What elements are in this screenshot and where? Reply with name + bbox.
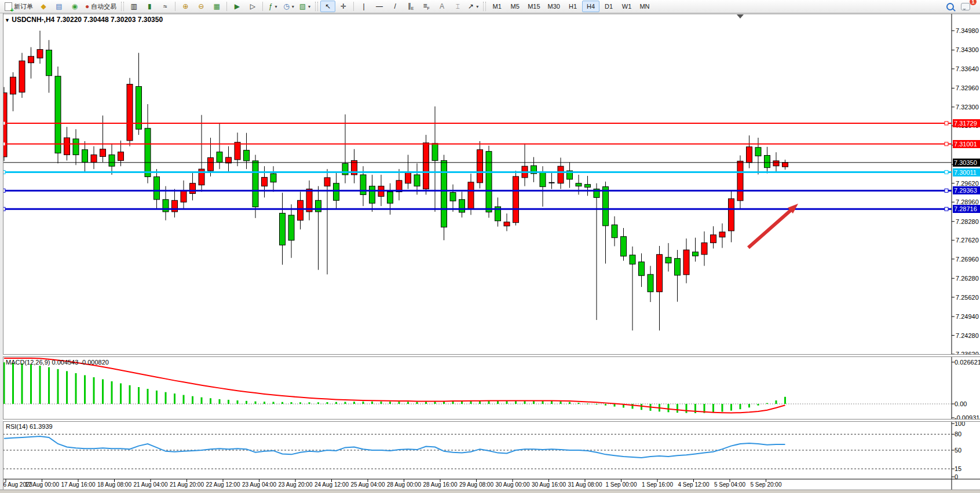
candle-body (513, 176, 519, 223)
arrows-button[interactable]: ↗▾ (466, 1, 481, 12)
price-axis-label: 7.28280 (956, 218, 979, 225)
templates-button[interactable]: ▧▾ (297, 1, 313, 12)
zoom-out-icon: ⊖ (198, 3, 204, 10)
candle-body (163, 200, 169, 212)
candle-body (603, 187, 609, 226)
crosshair-button[interactable]: ✛ (336, 1, 351, 12)
trend-arrow[interactable] (748, 209, 792, 248)
fibonacci-button[interactable]: ≡F (419, 1, 434, 12)
candle-body (657, 255, 663, 292)
price-axis-label: 7.34980 (956, 27, 979, 34)
timeframe-w1-button[interactable]: W1 (618, 1, 635, 12)
trendline-button[interactable]: / (387, 1, 403, 12)
hline-handle[interactable] (945, 171, 948, 174)
candle-body (414, 175, 420, 186)
candle-body (208, 157, 214, 171)
crosshair-icon: ✛ (341, 3, 346, 10)
candle-chart-button[interactable]: ▮ (142, 1, 157, 12)
time-axis-label: 5 Sep 04:00 (714, 481, 745, 488)
time-axis-label: 28 Aug 00:00 (387, 481, 421, 488)
new-order-button[interactable]: 新订单 (2, 1, 35, 12)
hline-handle[interactable] (945, 142, 948, 146)
time-axis-label: 31 Aug 08:00 (568, 481, 602, 488)
auto-scroll-icon: ▶ (235, 3, 240, 10)
channel-icon: ∥E (408, 2, 414, 10)
macd-histogram-bar (784, 397, 786, 404)
candle-body (91, 155, 97, 163)
hline-handle[interactable] (945, 189, 948, 192)
zoom-out-button[interactable]: ⊖ (193, 1, 209, 12)
channel-button[interactable]: ∥E (403, 1, 418, 12)
candle-body (100, 149, 106, 157)
collapse-icon[interactable]: ▼ (5, 17, 10, 23)
bar-chart-button[interactable]: ▥ (126, 1, 141, 12)
price-line-badge: 7.30011 (953, 168, 980, 176)
candle-body (630, 255, 635, 264)
chat-icon (961, 3, 970, 10)
hline-handle[interactable] (945, 122, 948, 125)
chart-shift-button[interactable]: ▷ (245, 1, 260, 12)
macd-histogram-bar (246, 401, 247, 404)
line-chart-button[interactable]: ≈ (158, 1, 173, 12)
auto-scroll-button[interactable]: ▶ (229, 1, 244, 12)
time-axis-label: 28 Aug 16:00 (423, 481, 458, 488)
timeframe-m1-button[interactable]: M1 (488, 1, 506, 12)
macd-histogram-bar (210, 398, 211, 404)
autotrade-button[interactable]: ● 自动交易 (83, 1, 119, 12)
styles-button[interactable]: ◆ (36, 1, 51, 12)
timeframe-m30-button[interactable]: M30 (544, 1, 564, 12)
candle-body (172, 200, 178, 212)
zoom-in-button[interactable]: ⊕ (178, 1, 193, 12)
dropdown-arrow-icon: ▾ (476, 4, 478, 9)
toolbar-separator (315, 2, 318, 11)
time-axis-label: 29 Aug 08:00 (459, 481, 493, 488)
macd-histogram-bar (147, 389, 149, 404)
candle-body (441, 160, 447, 227)
price-line-badge: 7.28716 (953, 205, 980, 213)
timeframe-h1-button[interactable]: H1 (564, 1, 582, 12)
templates-icon: ▧ (299, 3, 306, 10)
rsi-axis-label: 50 (955, 447, 961, 454)
macd-histogram-bar (84, 375, 86, 404)
broadcast-button[interactable]: ◉ (67, 1, 82, 12)
pane-separator-rsi[interactable] (3, 419, 980, 422)
macd-histogram-bar (30, 365, 32, 404)
macd-histogram-bar (327, 402, 328, 404)
indicators-button[interactable]: ƒ▾ (265, 1, 280, 12)
candle-body (316, 200, 321, 212)
candle-body (181, 191, 187, 203)
price-axis-label: 7.32300 (956, 104, 979, 111)
cursor-button[interactable]: ↖ (320, 1, 335, 12)
rsi-axis-label: 15 (955, 465, 961, 472)
vertical-line-button[interactable]: | (356, 1, 371, 12)
macd-histogram-bar (596, 404, 598, 404)
timeframe-h4-button[interactable]: H4 (582, 1, 599, 12)
rsi-axis-label: 0 (955, 473, 958, 480)
chat-button[interactable]: 1 (958, 1, 973, 12)
chart-shift-marker-icon[interactable] (737, 14, 744, 19)
time-axis-label: 4 Sep 12:00 (678, 481, 710, 488)
tile-windows-button[interactable]: ▦ (209, 1, 224, 12)
timeframe-m5-button[interactable]: M5 (506, 1, 524, 12)
timeframe-d1-button[interactable]: D1 (600, 1, 617, 12)
search-button[interactable] (942, 1, 957, 12)
candle-body (675, 259, 681, 275)
macd-histogram-bar (398, 402, 400, 404)
periods-button[interactable]: ◷▾ (281, 1, 297, 12)
dropdown-arrow-icon: ▾ (308, 4, 310, 9)
macd-histogram-bar (758, 404, 759, 406)
text-button[interactable]: A (434, 1, 449, 12)
broadcast-icon: ◉ (72, 3, 78, 10)
text-label-button[interactable]: ⌶ (450, 1, 465, 12)
candle-body (477, 150, 483, 183)
macd-axis-label: 0.00 (955, 400, 967, 407)
horizontal-line-button[interactable]: — (372, 1, 387, 12)
candle-body (773, 161, 779, 166)
hline-handle[interactable] (945, 207, 948, 211)
timeframe-mn-button[interactable]: MN (636, 1, 653, 12)
pane-separator-macd[interactable] (3, 354, 980, 357)
time-axis-label: 22 Aug 12:00 (206, 481, 240, 488)
timeframe-m15-button[interactable]: M15 (524, 1, 543, 12)
zoom-in-icon: ⊕ (182, 3, 188, 10)
charts-window-button[interactable]: ▤ (52, 1, 67, 12)
